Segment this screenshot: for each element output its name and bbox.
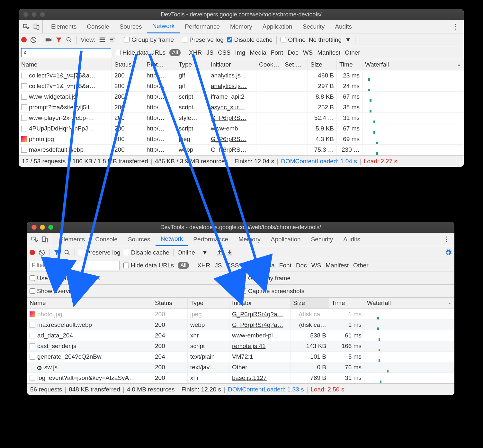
filter-type-ws[interactable]: WS	[303, 49, 313, 56]
hide-data-urls-checkbox[interactable]: Hide data URLs	[115, 49, 165, 56]
disable-cache-checkbox[interactable]: Disable cache	[227, 36, 273, 43]
tab-memory[interactable]: Memory	[225, 20, 257, 33]
inspect-icon[interactable]	[31, 236, 38, 243]
col-header[interactable]: Name	[19, 59, 112, 70]
filter-input[interactable]	[21, 48, 111, 57]
search-icon[interactable]	[66, 36, 73, 43]
group-by-frame-checkbox[interactable]: Group by frame	[241, 275, 291, 282]
tab-elements[interactable]: Elements	[54, 233, 90, 246]
filter-type-doc[interactable]: Doc	[296, 262, 307, 269]
close-icon[interactable]	[31, 225, 37, 230]
filter-type-font[interactable]: Font	[271, 49, 283, 56]
tab-performance[interactable]: Performance	[188, 233, 233, 246]
clear-icon[interactable]	[38, 249, 45, 256]
filter-type-ws[interactable]: WS	[311, 262, 321, 269]
col-header[interactable]: Prot…	[144, 59, 176, 70]
close-icon[interactable]	[23, 12, 28, 17]
tab-console[interactable]: Console	[90, 233, 123, 246]
disable-cache-checkbox[interactable]: Disable cache	[124, 249, 169, 256]
more-icon[interactable]: ⋮	[443, 235, 450, 244]
col-header[interactable]: Type	[188, 298, 229, 309]
tab-audits[interactable]: Audits	[330, 20, 357, 33]
filter-icon[interactable]	[55, 36, 62, 43]
col-header[interactable]: Status	[112, 59, 144, 70]
col-header[interactable]: Cook…	[256, 59, 282, 70]
col-header[interactable]: Initiator	[229, 298, 291, 309]
request-name[interactable]: collect?v=1&_v=j75&a…	[19, 70, 112, 81]
tab-sources[interactable]: Sources	[114, 20, 147, 33]
filter-type-img[interactable]: Img	[235, 49, 245, 56]
tab-sources[interactable]: Sources	[123, 233, 156, 246]
col-header[interactable]: Initiator	[208, 59, 256, 70]
col-header[interactable]: Size	[291, 298, 329, 309]
filter-type-font[interactable]: Font	[279, 262, 291, 269]
more-icon[interactable]: ⋮	[452, 22, 459, 31]
filter-input[interactable]	[30, 261, 120, 270]
request-name[interactable]: collect?v=1&_v=j75&a…	[19, 81, 112, 92]
device-icon[interactable]	[41, 236, 48, 243]
large-rows-icon[interactable]	[99, 36, 106, 43]
request-name[interactable]: ad_data_204	[27, 330, 152, 341]
record-button[interactable]	[21, 37, 27, 42]
request-name[interactable]: prompt?t=a&site=ylj5if…	[19, 102, 112, 113]
filter-type-other[interactable]: Other	[345, 49, 360, 56]
col-header[interactable]: Set …	[282, 59, 308, 70]
preserve-log-checkbox[interactable]: Preserve log	[182, 36, 224, 43]
request-name[interactable]: www-widgetapi.js	[19, 92, 112, 102]
record-button[interactable]	[30, 250, 35, 255]
col-header[interactable]: Time	[337, 59, 362, 70]
filter-type-js[interactable]: JS	[215, 262, 222, 269]
tab-memory[interactable]: Memory	[233, 233, 266, 246]
filter-type-media[interactable]: Media	[258, 262, 275, 269]
camera-icon[interactable]	[45, 36, 52, 43]
offline-checkbox[interactable]: Offline	[281, 36, 306, 43]
request-name[interactable]: 4PUpJpDdHqrNInFpJ…	[19, 123, 112, 134]
settings-icon[interactable]	[445, 249, 452, 256]
tab-audits[interactable]: Audits	[338, 233, 365, 246]
inspect-icon[interactable]	[22, 23, 30, 30]
col-header[interactable]: Waterfall	[364, 298, 454, 309]
clear-icon[interactable]	[30, 36, 37, 43]
col-header[interactable]: Name	[27, 298, 152, 309]
request-name[interactable]: ⚙sw.js	[27, 362, 152, 373]
group-by-frame-checkbox[interactable]: Group by frame	[124, 36, 174, 43]
filter-type-img[interactable]: Img	[243, 262, 254, 269]
hide-data-urls-checkbox[interactable]: Hide data URLs	[123, 262, 174, 269]
show-overview-checkbox[interactable]: Show overview	[30, 288, 78, 295]
upload-icon[interactable]	[216, 249, 223, 256]
minimize-icon[interactable]	[31, 12, 37, 17]
col-header[interactable]: Type	[176, 59, 208, 70]
filter-type-doc[interactable]: Doc	[288, 49, 299, 56]
col-header[interactable]: Time	[329, 298, 364, 309]
tab-performance[interactable]: Performance	[180, 20, 225, 33]
device-icon[interactable]	[33, 23, 40, 30]
tab-elements[interactable]: Elements	[46, 20, 82, 33]
request-name[interactable]: photo.jpg	[27, 309, 152, 320]
request-name[interactable]: maxresdefault.webp	[19, 145, 112, 155]
filter-type-manifest[interactable]: Manifest	[317, 49, 340, 56]
tab-application[interactable]: Application	[257, 20, 298, 33]
request-name[interactable]: log_event?alt=json&key=AIzaSyA…	[27, 373, 152, 383]
search-icon[interactable]	[64, 249, 71, 256]
filter-type-manifest[interactable]: Manifest	[326, 262, 349, 269]
filter-type-xhr[interactable]: XHR	[197, 262, 210, 269]
filter-type-xhr[interactable]: XHR	[189, 49, 202, 56]
zoom-icon[interactable]	[48, 225, 53, 230]
request-name[interactable]: generate_204?cQ2nBw	[27, 352, 152, 362]
filter-type-other[interactable]: Other	[353, 262, 369, 269]
tab-network[interactable]: Network	[147, 20, 180, 33]
col-header[interactable]: Status	[152, 298, 188, 309]
download-icon[interactable]	[226, 249, 233, 256]
zoom-icon[interactable]	[40, 12, 45, 17]
throttling-select[interactable]: No throttling ▼	[309, 36, 351, 43]
filter-type-css[interactable]: CSS	[226, 262, 239, 269]
filter-type-css[interactable]: CSS	[218, 49, 230, 56]
request-name[interactable]: www-player-2x-webp-…	[19, 113, 112, 123]
tab-network[interactable]: Network	[156, 233, 188, 246]
filter-type-media[interactable]: Media	[250, 49, 266, 56]
filter-all[interactable]: All	[169, 49, 181, 56]
large-rows-checkbox[interactable]: Use large request rows	[30, 275, 100, 282]
tab-security[interactable]: Security	[298, 20, 330, 33]
preserve-log-checkbox[interactable]: Preserve log	[79, 249, 121, 256]
minimize-icon[interactable]	[40, 225, 45, 230]
